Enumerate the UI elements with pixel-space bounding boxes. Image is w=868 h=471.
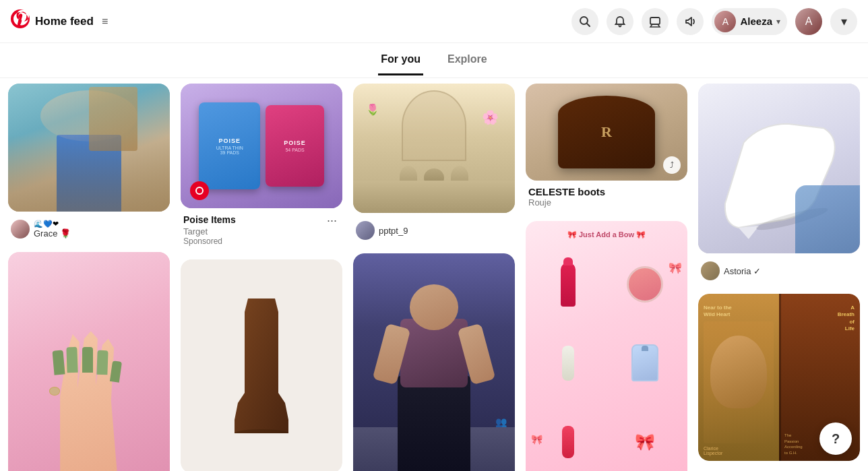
search-button[interactable] xyxy=(571,8,598,35)
pin-jeans-avatar xyxy=(11,220,30,239)
pin-poise-source: Target xyxy=(183,226,236,237)
pin-heels-info: Astoria ✓ xyxy=(698,253,860,283)
target-logo-icon xyxy=(190,181,209,200)
pin-poise-title-text: Poise Items Target Sponsored xyxy=(183,214,236,246)
pin-makeup-image: 🎀 Just Add a Bow 🎀 xyxy=(526,221,687,471)
lip-balm xyxy=(562,426,574,458)
chevron-down-icon: ▾ xyxy=(776,17,780,26)
r-letter: R xyxy=(601,123,612,141)
bow-decor-2: 🎀 xyxy=(531,434,542,445)
svg-rect-2 xyxy=(650,18,660,24)
pin-poise-more-button[interactable]: ··· xyxy=(324,214,340,228)
tab-navigation: For you Explore xyxy=(0,43,868,78)
pin-poise-image: POISE ULTRA THIN 39 PADS POISE 54 PADS xyxy=(181,84,342,208)
username-label: Aleeza xyxy=(740,15,772,27)
user-avatar: A xyxy=(714,11,736,32)
help-button[interactable]: ? xyxy=(819,422,852,455)
pin-person[interactable]: 👥 xyxy=(353,253,515,471)
bow-emoji: 🎀 xyxy=(635,433,655,451)
book-left: Near to theWild Heart ClariceLispector xyxy=(698,294,779,461)
tab-for-you[interactable]: For you xyxy=(378,45,423,75)
pin-nails[interactable] xyxy=(8,252,170,471)
cream-tube xyxy=(562,346,574,381)
user-menu-button[interactable]: A Aleeza ▾ xyxy=(712,8,787,35)
pin-nails-image xyxy=(8,252,170,471)
pin-jeans-info: 🌊💙❤ Grace 🌹 xyxy=(8,212,170,241)
pin-salon-user-row: pptpt_9 xyxy=(356,221,512,240)
header-right: A Aleeza ▾ A ▾ xyxy=(571,8,857,35)
column-2: POISE ULTRA THIN 39 PADS POISE 54 PADS xyxy=(181,84,342,471)
announce-button[interactable] xyxy=(677,8,704,35)
help-icon: ? xyxy=(832,431,840,447)
boot-svg xyxy=(221,299,302,420)
save-icon: ⤴ xyxy=(663,156,681,174)
pin-boots[interactable]: Chinese Laundry Women's Mary Knee High B… xyxy=(181,259,342,471)
lipstick-item xyxy=(561,263,576,307)
pin-jeans-emoji: 🌊💙❤ xyxy=(34,220,71,228)
pin-jeans-username: Grace 🌹 xyxy=(34,228,71,239)
pin-celeste-image: R ⤴ xyxy=(526,84,687,181)
pin-celeste[interactable]: R ⤴ CELESTE boots Rouje xyxy=(526,84,687,210)
pin-heels-username: Astoria ✓ xyxy=(724,266,761,276)
messages-button[interactable] xyxy=(642,8,669,35)
pin-salon-avatar xyxy=(356,221,375,240)
pin-salon-image: 🌸 🌷 xyxy=(353,84,515,213)
column-5: Astoria ✓ Near to theWild Heart ClariceL… xyxy=(698,84,860,461)
pin-poise-title: Poise Items xyxy=(183,214,236,226)
just-add-bow-badge: 🎀 Just Add a Bow 🎀 xyxy=(567,230,646,239)
secondary-avatar[interactable]: A xyxy=(795,8,822,35)
notifications-button[interactable] xyxy=(607,8,633,35)
pin-salon-username: pptpt_9 xyxy=(379,226,408,236)
app-header: Home feed ≡ xyxy=(0,0,868,43)
pin-poise-sponsored: Sponsored xyxy=(183,237,236,246)
pin-makeup[interactable]: 🎀 Just Add a Bow 🎀 xyxy=(526,221,687,471)
target-inner-circle xyxy=(195,187,204,195)
perfume-bottle xyxy=(631,344,658,381)
bow-decor-1: 🎀 xyxy=(669,261,682,274)
blush-compact xyxy=(627,266,663,303)
tab-explore[interactable]: Explore xyxy=(445,45,490,75)
column-4: R ⤴ CELESTE boots Rouje 🎀 Just Add a Bow… xyxy=(526,84,687,471)
pin-jeans-image xyxy=(8,84,170,212)
expand-button[interactable]: ▾ xyxy=(830,8,857,35)
pin-salon[interactable]: 🌸 🌷 pptpt_9 xyxy=(353,84,515,243)
pin-poise[interactable]: POISE ULTRA THIN 39 PADS POISE 54 PADS xyxy=(181,84,342,249)
column-3: 🌸 🌷 pptpt_9 xyxy=(353,84,515,471)
pin-boots-image xyxy=(181,259,342,420)
pin-heels-avatar xyxy=(701,261,720,280)
pin-poise-info: Poise Items Target Sponsored ··· xyxy=(181,208,342,249)
pinterest-logo-icon[interactable] xyxy=(11,9,30,33)
hamburger-icon[interactable]: ≡ xyxy=(102,15,108,28)
pin-celeste-info: CELESTE boots Rouje xyxy=(526,181,687,210)
pin-jeans[interactable]: 🌊💙❤ Grace 🌹 xyxy=(8,84,170,241)
pin-jeans-user-row: 🌊💙❤ Grace 🌹 xyxy=(11,220,167,239)
header-left: Home feed ≡ xyxy=(11,9,108,33)
pin-salon-info: pptpt_9 xyxy=(353,213,515,243)
pin-person-image: 👥 xyxy=(353,253,515,471)
pin-celeste-subtitle: Rouje xyxy=(528,197,685,208)
pin-celeste-title: CELESTE boots xyxy=(528,186,685,197)
column-1: 🌊💙❤ Grace 🌹 xyxy=(8,84,170,471)
pin-poise-title-row: Poise Items Target Sponsored ··· xyxy=(183,214,340,246)
pin-heels[interactable]: Astoria ✓ xyxy=(698,84,860,283)
pins-grid: 🌊💙❤ Grace 🌹 xyxy=(0,78,868,471)
home-feed-title: Home feed xyxy=(35,15,94,28)
pin-heels-image xyxy=(698,84,860,253)
pin-heels-user-row: Astoria ✓ xyxy=(701,261,857,280)
